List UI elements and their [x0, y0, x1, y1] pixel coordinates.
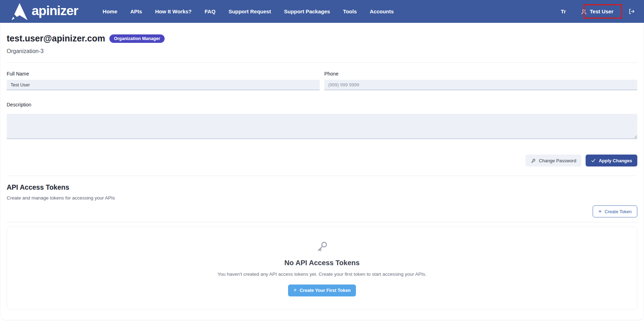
divider	[7, 63, 637, 63]
key-large-icon	[315, 240, 329, 253]
nav-item-home[interactable]: Home	[103, 8, 117, 14]
description-textarea[interactable]	[7, 114, 637, 139]
main-content: test.user@apinizer.com Organization Mana…	[0, 23, 644, 320]
key-icon	[531, 158, 536, 163]
profile-form: Full Name Phone	[7, 71, 637, 90]
nav-item-how-it-works[interactable]: How It Works?	[155, 8, 192, 14]
form-actions: Change Password Apply Changes	[7, 155, 637, 166]
nav-right-group: Tr Test User	[561, 5, 635, 18]
tokens-section-subtitle: Create and manage tokens for accessing y…	[7, 195, 637, 201]
nav-links: Home APIs How It Works? FAQ Support Requ…	[103, 8, 394, 14]
plus-icon: +	[598, 208, 602, 214]
change-password-button[interactable]: Change Password	[525, 155, 581, 166]
logout-button[interactable]	[628, 8, 635, 15]
create-token-row: + Create Token	[7, 205, 637, 217]
description-group: Description	[7, 102, 637, 140]
empty-tokens-card: No API Access Tokens You haven't created…	[7, 226, 637, 310]
full-name-label: Full Name	[7, 71, 320, 77]
brand-logo[interactable]: apinizer	[10, 2, 78, 21]
apply-changes-button[interactable]: Apply Changes	[586, 155, 637, 166]
empty-state-title: No API Access Tokens	[285, 259, 360, 267]
profile-header: test.user@apinizer.com Organization Mana…	[7, 23, 637, 44]
full-name-input[interactable]	[7, 80, 320, 90]
user-name-label: Test User	[590, 8, 613, 14]
create-token-label: Create Token	[605, 209, 632, 214]
top-navbar: apinizer Home APIs How It Works? FAQ Sup…	[0, 0, 644, 23]
full-name-group: Full Name	[7, 71, 320, 90]
divider	[7, 176, 637, 176]
create-first-token-button[interactable]: + Create Your First Token	[288, 285, 356, 296]
user-menu-button[interactable]: Test User	[576, 5, 618, 18]
apinizer-logo-icon	[10, 2, 28, 21]
nav-item-support-packages[interactable]: Support Packages	[284, 8, 330, 14]
logout-icon	[628, 8, 635, 15]
nav-item-tools[interactable]: Tools	[343, 8, 357, 14]
nav-item-support-request[interactable]: Support Request	[229, 8, 271, 14]
plus-icon: +	[293, 287, 297, 293]
role-badge: Organization Manager	[109, 34, 165, 43]
language-toggle[interactable]: Tr	[561, 8, 566, 14]
create-first-token-label: Create Your First Token	[300, 288, 351, 293]
user-icon	[581, 8, 587, 15]
brand-name: apinizer	[32, 4, 78, 19]
nav-item-faq[interactable]: FAQ	[205, 8, 216, 14]
nav-item-apis[interactable]: APIs	[130, 8, 142, 14]
organization-name: Organization-3	[7, 48, 637, 54]
create-token-button[interactable]: + Create Token	[593, 205, 637, 217]
divider	[7, 222, 637, 222]
apply-changes-label: Apply Changes	[599, 158, 632, 163]
change-password-label: Change Password	[539, 158, 576, 163]
tokens-section-title: API Access Tokens	[7, 183, 637, 191]
nav-item-accounts[interactable]: Accounts	[370, 8, 394, 14]
profile-email-title: test.user@apinizer.com	[7, 33, 105, 44]
phone-input[interactable]	[324, 80, 637, 90]
phone-group: Phone	[324, 71, 637, 90]
phone-label: Phone	[324, 71, 637, 77]
check-icon	[591, 158, 596, 163]
description-label: Description	[7, 102, 637, 107]
empty-state-text: You haven't created any API access token…	[217, 272, 426, 277]
